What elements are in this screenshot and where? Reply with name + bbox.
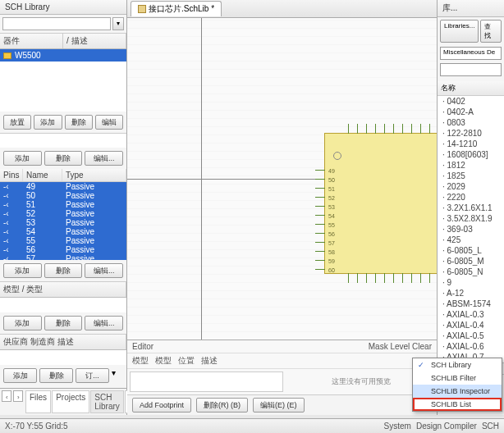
list-item[interactable]: · 6-0805_N <box>438 267 504 277</box>
add-button[interactable]: 添加 <box>34 115 62 130</box>
nav-prev-icon[interactable]: ‹ <box>2 390 11 402</box>
delete-button[interactable]: 删除 <box>44 151 83 166</box>
search-input[interactable] <box>2 17 111 30</box>
list-item[interactable]: · AXIAL-0.3 <box>438 309 504 320</box>
document-tab[interactable]: 接口芯片.SchLib * <box>131 1 222 16</box>
list-item[interactable]: · 3.5X2.8X1.9 <box>438 213 504 224</box>
table-row[interactable]: -‹ 5757Passive <box>0 254 126 260</box>
list-item[interactable]: W5500 <box>0 49 126 62</box>
category-header: 模型 / 类型 <box>0 282 126 297</box>
add-footprint-button[interactable]: Add Footprint <box>132 398 191 412</box>
component-list[interactable]: W5500 <box>0 49 126 112</box>
library-combo[interactable]: Miscellaneous De <box>440 47 502 60</box>
status-sch[interactable]: SCH <box>482 422 499 431</box>
delete-button[interactable]: 删除 <box>44 263 83 278</box>
panel-title: SCH Library <box>0 0 126 15</box>
schematic-canvas[interactable]: 49 50 51 52 53 54 55 56 57 58 59 60 84 8… <box>127 18 437 340</box>
menu-schlib-inspector[interactable]: SCHLIB Inspector <box>413 385 502 398</box>
list-item[interactable]: · 0803 <box>438 117 504 128</box>
add-button[interactable]: 添加 <box>3 151 42 166</box>
list-item[interactable]: · 122-2810 <box>438 128 504 139</box>
table-row[interactable]: -‹ 5555Passive <box>0 236 126 245</box>
edit-button[interactable]: 编辑... <box>85 263 123 278</box>
pin-list[interactable]: -‹ 4949Passive-‹ 5050Passive-‹ 5151Passi… <box>0 182 126 260</box>
component-name: W5500 <box>15 51 41 60</box>
list-item[interactable]: · AXIAL-0.5 <box>438 330 504 341</box>
menu-schlib-list[interactable]: SCHLIB List <box>413 398 502 411</box>
list-item[interactable]: · AXIAL-0.6 <box>438 341 504 352</box>
menu-sch-library[interactable]: SCH Library <box>413 358 502 371</box>
list-item[interactable]: · 2220 <box>438 192 504 203</box>
status-design-compiler[interactable]: Design Compiler <box>416 422 477 431</box>
edit-button[interactable]: 编辑(E) (E) <box>253 398 305 412</box>
model-preview <box>130 371 283 392</box>
delete-button[interactable]: 删除 <box>65 115 93 130</box>
table-row[interactable]: -‹ 5050Passive <box>0 191 126 200</box>
list-item[interactable]: · 425 <box>438 235 504 245</box>
list-item[interactable]: · 0402 <box>438 96 504 107</box>
list-item[interactable]: · 6-0805_M <box>438 256 504 267</box>
schlib-icon <box>138 5 146 13</box>
list-item[interactable]: · 1825 <box>438 171 504 181</box>
search-dropdown-icon[interactable]: ▾ <box>112 17 124 30</box>
menu-schlib-filter[interactable]: SCHLIB Filter <box>413 371 502 385</box>
add-button[interactable]: 添加 <box>3 316 42 330</box>
component-icon <box>3 52 11 59</box>
col-name: Name <box>23 169 62 181</box>
cursor-coords: X:-70 Y:55 Grid:5 <box>5 422 68 431</box>
table-row[interactable]: -‹ 5252Passive <box>0 209 126 218</box>
col-component: 器件 <box>0 34 63 48</box>
delete-button[interactable]: 删除(R) (B) <box>196 398 248 412</box>
add-button[interactable]: 添加 <box>3 368 37 383</box>
footer-tabs: ‹ › Files Projects SCH Library Navigator… <box>0 388 126 415</box>
mask-label[interactable]: Mask Level Clear <box>369 342 432 351</box>
list-item[interactable]: · 9 <box>438 277 504 288</box>
document-tab-label: 接口芯片.SchLib * <box>149 3 214 15</box>
table-row[interactable]: -‹ 5151Passive <box>0 200 126 209</box>
list-item[interactable]: · 14-1210 <box>438 139 504 149</box>
delete-button[interactable]: 删除 <box>44 316 83 330</box>
order-button[interactable]: 订... <box>76 368 109 383</box>
tab-projects[interactable]: Projects <box>52 390 89 413</box>
editor-tab[interactable]: 位置 <box>178 355 195 367</box>
edit-button[interactable]: 编辑... <box>85 316 123 330</box>
status-bar: X:-70 Y:55 Grid:5 System Design Compiler… <box>0 418 504 433</box>
table-row[interactable]: -‹ 5656Passive <box>0 245 126 254</box>
chip-symbol[interactable]: 49 50 51 52 53 54 55 56 57 58 59 60 84 8… <box>324 133 437 274</box>
list-item[interactable]: · 1608[0603] <box>438 149 504 160</box>
tab-schlibrary[interactable]: SCH Library <box>90 390 124 413</box>
nav-next-icon[interactable]: › <box>13 390 23 402</box>
table-row[interactable]: -‹ 5353Passive <box>0 218 126 227</box>
table-row[interactable]: -‹ 5454Passive <box>0 227 126 236</box>
place-button[interactable]: 放置 <box>3 115 31 130</box>
edit-button[interactable]: 编辑... <box>85 151 123 166</box>
list-item[interactable]: · 0402-A <box>438 107 504 117</box>
col-type: Type <box>62 169 126 181</box>
context-menu: SCH Library SCHLIB Filter SCHLIB Inspect… <box>412 358 502 412</box>
dropdown-icon[interactable]: ▾ <box>112 368 123 383</box>
status-system[interactable]: System <box>384 422 411 431</box>
filter-combo[interactable] <box>440 63 502 76</box>
list-item[interactable]: · 369-03 <box>438 224 504 235</box>
editor-tab[interactable]: 描述 <box>201 355 218 367</box>
editor-tab[interactable]: 模型 <box>132 355 149 367</box>
list-item[interactable]: · 1812 <box>438 160 504 171</box>
list-item[interactable]: · 3.2X1.6X1.1 <box>438 203 504 213</box>
list-item[interactable]: · 2029 <box>438 181 504 192</box>
list-item[interactable]: · 6-0805_L <box>438 245 504 256</box>
table-row[interactable]: -‹ 4949Passive <box>0 182 126 191</box>
list-item[interactable]: · A-12 <box>438 288 504 299</box>
pin1-dot-icon <box>333 152 341 160</box>
list-item[interactable]: · ABSM-1574 <box>438 299 504 309</box>
library-parts-list[interactable]: · 0402· 0402-A· 0803· 122-2810· 14-1210·… <box>438 96 504 362</box>
col-pins: Pins <box>0 169 23 181</box>
search-button[interactable]: 查找 <box>480 20 502 43</box>
list-item[interactable]: · AXIAL-0.4 <box>438 320 504 330</box>
tab-files[interactable]: Files <box>25 390 51 413</box>
panel-title: 库... <box>442 2 457 14</box>
libraries-button[interactable]: Libraries... <box>440 20 479 43</box>
delete-button[interactable]: 删除 <box>39 368 73 383</box>
add-button[interactable]: 添加 <box>3 263 42 278</box>
editor-tab[interactable]: 模型 <box>155 355 172 367</box>
edit-button[interactable]: 编辑 <box>95 115 123 130</box>
